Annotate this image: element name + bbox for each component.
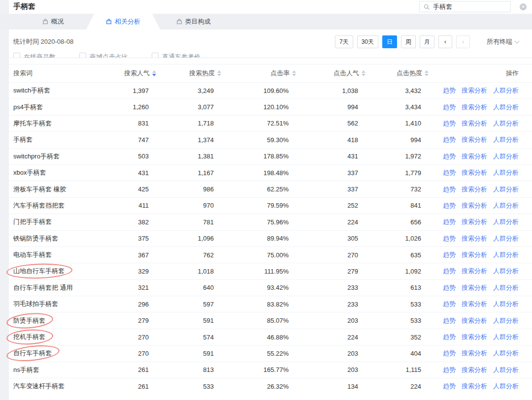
action-link-search-analysis[interactable]: 搜索分析 [462,168,487,177]
click-rate-cell: 93.42% [214,284,289,291]
action-link-trend[interactable]: 趋势 [443,168,456,177]
action-link-trend[interactable]: 趋势 [443,217,456,226]
range-7d-button[interactable]: 7天 [335,35,353,48]
click-rate-cell: 109.60% [214,87,289,94]
table-row: 防烫手柄套 279 591 85.07% 203 533 趋势搜索分析人群分析 [9,312,532,328]
actions-cell: 趋势搜索分析人群分析 [421,86,519,95]
checkbox-mall-click-share[interactable]: 商城点击占比 [79,53,128,58]
checkbox-online-items[interactable]: 在线商品数 [13,53,56,58]
keyword-cell: 挖机手柄套 [13,333,87,341]
actions-cell: 趋势搜索分析人群分析 [421,333,519,341]
action-link-search-analysis[interactable]: 搜索分析 [462,185,487,194]
action-link-trend[interactable]: 趋势 [443,300,456,308]
metric-checkbox-row: 在线商品数 商城点击占比 直通车参考价 [9,51,532,58]
tab-category-composition[interactable]: 类目构成 [160,14,227,30]
action-link-audience-analysis[interactable]: 人群分析 [493,119,519,128]
action-link-audience-analysis[interactable]: 人群分析 [493,103,519,112]
action-link-search-analysis[interactable]: 搜索分析 [462,234,487,243]
column-header-click-heat[interactable]: 点击热度 [358,69,421,78]
action-link-trend[interactable]: 趋势 [443,283,456,292]
action-link-search-analysis[interactable]: 搜索分析 [462,119,487,128]
action-link-search-analysis[interactable]: 搜索分析 [462,103,487,112]
range-day-button[interactable]: 日 [382,35,397,48]
action-link-search-analysis[interactable]: 搜索分析 [462,300,487,308]
action-link-search-analysis[interactable]: 搜索分析 [462,86,487,95]
action-link-audience-analysis[interactable]: 人群分析 [493,300,519,308]
action-link-audience-analysis[interactable]: 人群分析 [493,333,519,341]
action-link-trend[interactable]: 趋势 [443,152,456,161]
action-link-trend[interactable]: 趋势 [443,349,456,358]
action-link-audience-analysis[interactable]: 人群分析 [493,86,519,95]
action-link-trend[interactable]: 趋势 [443,86,456,95]
action-link-audience-analysis[interactable]: 人群分析 [493,267,519,276]
action-link-search-analysis[interactable]: 搜索分析 [462,217,487,226]
action-link-search-analysis[interactable]: 搜索分析 [462,349,487,358]
action-link-audience-analysis[interactable]: 人群分析 [493,382,519,391]
action-link-trend[interactable]: 趋势 [443,316,456,325]
action-link-search-analysis[interactable]: 搜索分析 [462,382,487,391]
next-date-button[interactable]: › [456,35,470,48]
action-link-trend[interactable]: 趋势 [443,234,456,243]
table-row: 门把手手柄套 382 781 75.96% 224 656 趋势搜索分析人群分析 [9,214,532,230]
table-row: switchpro手柄套 503 1,381 178.85% 431 1,972… [9,148,532,164]
action-link-audience-analysis[interactable]: 人群分析 [493,201,519,210]
tab-overview[interactable]: 概况 [20,14,86,30]
search-heat-cell: 591 [149,350,214,357]
action-link-audience-analysis[interactable]: 人群分析 [493,250,519,259]
action-link-audience-analysis[interactable]: 人群分析 [493,349,519,358]
action-link-audience-analysis[interactable]: 人群分析 [493,366,519,374]
action-link-trend[interactable]: 趋势 [443,135,456,144]
action-link-search-analysis[interactable]: 搜索分析 [462,366,487,374]
keyword-search-box[interactable]: ✕ [419,1,511,12]
actions-cell: 趋势搜索分析人群分析 [421,366,519,374]
action-link-audience-analysis[interactable]: 人群分析 [493,316,519,325]
action-link-audience-analysis[interactable]: 人群分析 [493,152,519,161]
checkbox-ztc-reference-price[interactable]: 直通车参考价 [152,53,200,58]
range-30d-button[interactable]: 30天 [357,35,378,48]
column-header-search-popularity[interactable]: 搜索人气 [87,69,149,78]
action-link-audience-analysis[interactable]: 人群分析 [493,217,519,226]
action-link-search-analysis[interactable]: 搜索分析 [462,316,487,325]
action-link-trend[interactable]: 趋势 [443,201,456,210]
click-popularity-cell: 233 [289,284,358,291]
action-link-trend[interactable]: 趋势 [443,103,456,112]
search-popularity-cell: 270 [87,334,149,341]
table-row: 电动车手柄套 367 762 75.00% 270 635 趋势搜索分析人群分析 [9,246,532,263]
column-header-click-rate[interactable]: 点击率 [214,69,289,78]
actions-cell: 趋势搜索分析人群分析 [421,152,519,161]
action-link-audience-analysis[interactable]: 人群分析 [493,234,519,243]
range-month-button[interactable]: 月 [420,35,434,48]
action-link-search-analysis[interactable]: 搜索分析 [462,152,487,161]
checkbox-icon[interactable] [152,53,159,58]
action-link-trend[interactable]: 趋势 [443,267,456,276]
table-row: 自行车手柄套 270 591 55.22% 203 404 趋势搜索分析人群分析 [9,345,532,361]
action-link-search-analysis[interactable]: 搜索分析 [462,333,487,341]
action-link-search-analysis[interactable]: 搜索分析 [462,135,487,144]
click-popularity-cell: 134 [289,383,358,390]
clear-search-icon[interactable]: ✕ [520,3,527,10]
checkbox-icon[interactable] [79,53,86,58]
checkbox-icon[interactable] [13,53,20,58]
action-link-trend[interactable]: 趋势 [443,366,456,374]
action-link-audience-analysis[interactable]: 人群分析 [493,135,519,144]
prev-date-button[interactable]: ‹ [438,35,452,48]
action-link-trend[interactable]: 趋势 [443,382,456,391]
action-link-search-analysis[interactable]: 搜索分析 [462,283,487,292]
terminal-dropdown[interactable]: 所有终端 [487,37,519,46]
action-link-search-analysis[interactable]: 搜索分析 [462,201,487,210]
search-input[interactable] [433,3,520,10]
action-link-trend[interactable]: 趋势 [443,185,456,194]
action-link-audience-analysis[interactable]: 人群分析 [493,185,519,194]
action-link-search-analysis[interactable]: 搜索分析 [462,250,487,259]
action-link-audience-analysis[interactable]: 人群分析 [493,168,519,177]
click-rate-cell: 46.88% [214,334,289,341]
action-link-audience-analysis[interactable]: 人群分析 [493,283,519,292]
range-week-button[interactable]: 周 [401,35,416,48]
action-link-trend[interactable]: 趋势 [443,119,456,128]
column-header-search-heat[interactable]: 搜索热度 [149,69,214,78]
action-link-trend[interactable]: 趋势 [443,333,456,341]
action-link-trend[interactable]: 趋势 [443,250,456,259]
action-link-search-analysis[interactable]: 搜索分析 [462,267,487,276]
column-header-click-popularity[interactable]: 点击人气 [289,69,358,78]
tab-related-analysis[interactable]: 相关分析 [86,14,160,30]
